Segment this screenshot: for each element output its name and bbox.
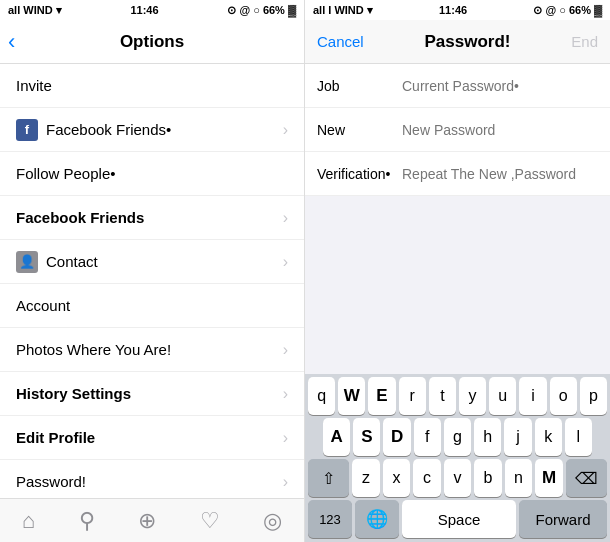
tab-profile-icon[interactable]: ◎	[263, 508, 282, 534]
back-button[interactable]: ‹	[8, 29, 15, 55]
menu-item-photos-label: Photos Where You Are!	[16, 341, 171, 358]
key-p[interactable]: p	[580, 377, 607, 415]
menu-item-invite[interactable]: Invite	[0, 64, 304, 108]
current-password-input[interactable]	[402, 78, 598, 94]
menu-item-facebook-friends[interactable]: Facebook Friends ›	[0, 196, 304, 240]
menu-item-contact[interactable]: 👤 Contact ›	[0, 240, 304, 284]
form-label-job: Job	[317, 78, 402, 94]
end-button[interactable]: End	[571, 33, 598, 50]
menu-item-edit-profile[interactable]: Edit Profile ›	[0, 416, 304, 460]
key-D[interactable]: D	[383, 418, 410, 456]
chevron-icon-editprofile: ›	[283, 429, 288, 447]
menu-item-account-left: Account	[16, 297, 70, 314]
menu-item-follow-people[interactable]: Follow People•	[0, 152, 304, 196]
menu-item-invite-left: Invite	[16, 77, 52, 94]
contact-icon: 👤	[16, 251, 38, 273]
form-label-new: New	[317, 122, 402, 138]
facebook-icon: f	[16, 119, 38, 141]
new-password-input[interactable]	[402, 122, 598, 138]
menu-list: Invite f Facebook Friends• › Follow Peop…	[0, 64, 304, 498]
key-c[interactable]: c	[413, 459, 441, 497]
tab-heart-icon[interactable]: ♡	[200, 508, 220, 534]
key-k[interactable]: k	[535, 418, 562, 456]
key-u[interactable]: u	[489, 377, 516, 415]
menu-item-fb-label: Facebook Friends•	[46, 121, 171, 138]
chevron-icon: ›	[283, 121, 288, 139]
tab-home-icon[interactable]: ⌂	[22, 508, 35, 534]
key-v[interactable]: v	[444, 459, 472, 497]
key-z[interactable]: z	[352, 459, 380, 497]
key-globe[interactable]: 🌐	[355, 500, 399, 538]
time-right: 11:46	[439, 4, 467, 16]
icons-right: ⊙ @ ○ 66% ▓	[533, 4, 602, 17]
carrier-right: all I WIND ▾	[313, 4, 373, 17]
key-y[interactable]: y	[459, 377, 486, 415]
menu-item-photos[interactable]: Photos Where You Are! ›	[0, 328, 304, 372]
key-g[interactable]: g	[444, 418, 471, 456]
menu-item-history-label: History Settings	[16, 385, 131, 402]
key-W[interactable]: W	[338, 377, 365, 415]
tab-bar: ⌂ ⚲ ⊕ ♡ ◎	[0, 498, 304, 542]
key-E[interactable]: E	[368, 377, 395, 415]
key-backspace[interactable]: ⌫	[566, 459, 607, 497]
carrier-left: all WIND ▾	[8, 4, 62, 17]
key-o[interactable]: o	[550, 377, 577, 415]
menu-item-history[interactable]: History Settings ›	[0, 372, 304, 416]
status-bar-right: all I WIND ▾ 11:46 ⊙ @ ○ 66% ▓	[305, 0, 610, 20]
form-row-job: Job	[305, 64, 610, 108]
status-bar-left: all WIND ▾ 11:46 ⊙ @ ○ 66% ▓	[0, 0, 304, 20]
tab-search-icon[interactable]: ⚲	[79, 508, 95, 534]
menu-item-follow-label: Follow People•	[16, 165, 115, 182]
key-M[interactable]: M	[535, 459, 563, 497]
tab-add-icon[interactable]: ⊕	[138, 508, 156, 534]
keyboard: q W E r t y u i o p A S D f g h j k l ⇧ …	[305, 374, 610, 542]
key-n[interactable]: n	[505, 459, 533, 497]
cancel-button[interactable]: Cancel	[317, 33, 364, 50]
chevron-icon-fb: ›	[283, 209, 288, 227]
key-q[interactable]: q	[308, 377, 335, 415]
menu-item-history-left: History Settings	[16, 385, 131, 402]
key-f[interactable]: f	[414, 418, 441, 456]
nav-bar-right: Cancel Password! End	[305, 20, 610, 64]
menu-item-fbfriends-left: Facebook Friends	[16, 209, 144, 226]
key-h[interactable]: h	[474, 418, 501, 456]
key-x[interactable]: x	[383, 459, 411, 497]
password-form: Job New Verification•	[305, 64, 610, 196]
menu-item-follow-left: Follow People•	[16, 165, 115, 182]
menu-item-password-label: Password!	[16, 473, 86, 490]
key-123[interactable]: 123	[308, 500, 352, 538]
menu-item-editprofile-label: Edit Profile	[16, 429, 95, 446]
menu-item-photos-left: Photos Where You Are!	[16, 341, 171, 358]
left-panel: all WIND ▾ 11:46 ⊙ @ ○ 66% ▓ ‹ Options I…	[0, 0, 305, 542]
chevron-icon-password: ›	[283, 473, 288, 491]
form-row-verification: Verification•	[305, 152, 610, 196]
menu-item-password[interactable]: Password! ›	[0, 460, 304, 498]
key-space[interactable]: Space	[402, 500, 516, 538]
key-t[interactable]: t	[429, 377, 456, 415]
form-label-verification: Verification•	[317, 166, 402, 182]
keyboard-row-1: q W E r t y u i o p	[305, 374, 610, 415]
key-l[interactable]: l	[565, 418, 592, 456]
menu-item-fbfriends-label: Facebook Friends	[16, 209, 144, 226]
right-panel: all I WIND ▾ 11:46 ⊙ @ ○ 66% ▓ Cancel Pa…	[305, 0, 610, 542]
key-j[interactable]: j	[504, 418, 531, 456]
menu-item-account[interactable]: Account	[0, 284, 304, 328]
menu-item-invite-label: Invite	[16, 77, 52, 94]
key-A[interactable]: A	[323, 418, 350, 456]
chevron-icon-photos: ›	[283, 341, 288, 359]
icons-left: ⊙ @ ○ 66% ▓	[227, 4, 296, 17]
menu-item-fb-left: f Facebook Friends•	[16, 119, 171, 141]
repeat-password-input[interactable]	[402, 166, 598, 182]
time-left: 11:46	[130, 4, 158, 16]
key-shift[interactable]: ⇧	[308, 459, 349, 497]
key-S[interactable]: S	[353, 418, 380, 456]
nav-bar-left: ‹ Options	[0, 20, 304, 64]
key-r[interactable]: r	[399, 377, 426, 415]
menu-item-editprofile-left: Edit Profile	[16, 429, 95, 446]
key-i[interactable]: i	[519, 377, 546, 415]
menu-item-facebook-friends-find[interactable]: f Facebook Friends• ›	[0, 108, 304, 152]
key-b[interactable]: b	[474, 459, 502, 497]
menu-item-password-left: Password!	[16, 473, 86, 490]
menu-item-contact-label: Contact	[46, 253, 98, 270]
key-forward[interactable]: Forward	[519, 500, 607, 538]
